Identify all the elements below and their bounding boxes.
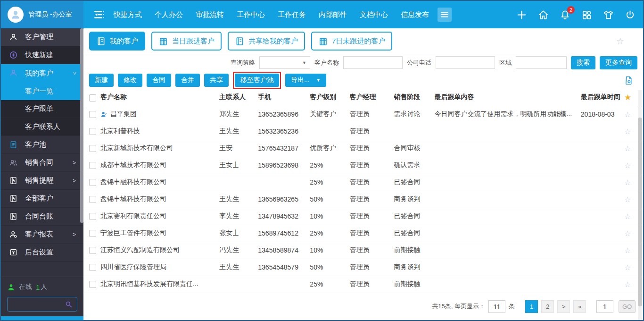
page-2-button[interactable]: 2 (541, 300, 554, 313)
customer-name[interactable]: 宁波巨工管件有限公司 (100, 229, 166, 237)
search-icon[interactable] (65, 300, 73, 308)
table-scrollbar[interactable] (638, 90, 642, 321)
row-checkbox[interactable] (89, 128, 96, 135)
sidebar-item-customer-report[interactable]: 客户报表 > (1, 226, 83, 244)
power-icon[interactable] (625, 9, 636, 20)
more-query-button[interactable]: 更多查询 (600, 56, 637, 69)
nav-item[interactable]: 信息发布 (401, 10, 429, 19)
row-star-icon[interactable]: ☆ (624, 144, 631, 152)
sidebar-item-sales-contract[interactable]: 销售合同 > (1, 154, 83, 172)
nav-item[interactable]: 工作任务 (278, 10, 306, 19)
tab-today-followed[interactable]: 当日跟进客户 (151, 32, 222, 51)
sidebar-item-quick-create[interactable]: 快速新建 (1, 46, 83, 64)
customer-name[interactable]: 盘锦丰融科技有限公司 (100, 178, 166, 186)
sidebar-item-customer-contacts[interactable]: 客户联系人 (1, 118, 83, 136)
row-star-icon[interactable]: ☆ (624, 195, 631, 203)
customer-name[interactable]: 盘锦丰城科技有限公司 (100, 195, 166, 203)
row-checkbox[interactable] (89, 264, 96, 271)
row-checkbox[interactable] (89, 230, 96, 237)
nav-item[interactable]: 内部邮件 (319, 10, 347, 19)
favorite-page-star-icon[interactable]: ☆ (616, 36, 624, 47)
search-button[interactable]: 搜索 (571, 56, 595, 69)
share-button[interactable]: 共享 (204, 74, 229, 87)
goto-page-input[interactable] (596, 300, 613, 313)
merge-button[interactable]: 合并 (175, 74, 200, 87)
customer-name[interactable]: 北京赛利有限责任公司 (100, 212, 166, 220)
customer-name[interactable]: 北京新城新技术有限公司 (100, 144, 173, 152)
table-row[interactable]: 四川省医疗保险管理局 王先生 13654548579 50% 管理员 商务谈判 … (83, 259, 643, 276)
sidebar-item-my-customers[interactable]: 我的客户 > (1, 64, 83, 82)
table-row[interactable]: 成都丰城技术有限公司 王女士 15896523698 25% 管理员 确认需求 … (83, 157, 643, 174)
table-row[interactable]: 北京利普科技 王先生 15632365236 管理员 ☆ (83, 123, 643, 140)
go-button[interactable]: GO (619, 300, 636, 313)
customer-name[interactable]: 北京明讯恒基科技发展有限责任... (100, 280, 198, 288)
customer-name[interactable]: 成都丰城技术有限公司 (100, 161, 166, 169)
hamburger-menu-button[interactable] (438, 8, 452, 22)
customer-name[interactable]: 北京利普科技 (100, 127, 140, 135)
row-star-icon[interactable]: ☆ (624, 229, 631, 237)
table-row[interactable]: 北京赛利有限责任公司 李先生 13478945632 10% 管理员 已签合同 … (83, 208, 643, 225)
row-checkbox[interactable] (89, 162, 96, 169)
sidebar-item-contract-ledger[interactable]: 合同台账 (1, 208, 83, 226)
row-star-icon[interactable]: ☆ (624, 127, 631, 135)
add-icon[interactable] (516, 9, 527, 20)
customer-name[interactable]: 昌平集团 (110, 110, 137, 118)
export-dropdown-button[interactable]: 导出... ▼ (285, 74, 326, 87)
home-icon[interactable] (538, 9, 549, 20)
nav-item[interactable]: 个人办公 (155, 10, 183, 19)
company-phone-input[interactable] (436, 56, 495, 69)
edit-button[interactable]: 修改 (118, 74, 142, 87)
tab-7days-not-followed[interactable]: 7日未跟进的客户 (311, 32, 392, 51)
sidebar-scrollbar[interactable] (80, 28, 83, 223)
row-checkbox[interactable] (89, 145, 96, 152)
page-1-button[interactable]: 1 (525, 300, 538, 313)
row-checkbox[interactable] (89, 111, 96, 118)
table-row[interactable]: 北京明讯恒基科技发展有限责任... 25% 管理员 前期接触 ☆ (83, 276, 643, 293)
row-checkbox[interactable] (89, 213, 96, 220)
row-star-icon[interactable]: ☆ (624, 178, 631, 186)
row-star-icon[interactable]: ☆ (624, 110, 631, 118)
row-checkbox[interactable] (89, 281, 96, 288)
nav-item[interactable]: 文档中心 (360, 10, 388, 19)
row-star-icon[interactable]: ☆ (624, 280, 631, 288)
row-checkbox[interactable] (89, 179, 96, 186)
apps-grid-icon[interactable] (581, 9, 592, 20)
sidebar-item-backend-settings[interactable]: 后台设置 (1, 244, 83, 262)
nav-item[interactable]: 快捷方式 (114, 10, 142, 19)
table-row[interactable]: 盘锦丰城科技有限公司 王先生 13656963265 50% 管理员 商务谈判 … (83, 191, 643, 208)
customer-name[interactable]: 四川省医疗保险管理局 (100, 263, 166, 271)
tab-shared-with-me[interactable]: 共享给我的客户 (228, 32, 305, 51)
export-settings-doc-icon[interactable] (624, 76, 634, 85)
last-page-button[interactable]: » (573, 300, 586, 313)
table-row[interactable]: 江苏恒义汽配制造有限公司 冯先生 13458589874 10% 管理员 前期接… (83, 242, 643, 259)
sidebar-search-input[interactable] (12, 301, 65, 308)
table-scrollbar-thumb[interactable] (638, 118, 642, 306)
row-checkbox[interactable] (89, 196, 96, 203)
sidebar-item-customer-list[interactable]: 客户一览 (1, 82, 83, 100)
row-star-icon[interactable]: ☆ (624, 212, 631, 220)
user-menu[interactable]: 管理员 -办公室 (1, 1, 83, 28)
customer-name[interactable]: 江苏恒义汽配制造有限公司 (100, 246, 180, 254)
row-star-icon[interactable]: ☆ (624, 246, 631, 254)
theme-shirt-icon[interactable] (603, 9, 614, 20)
new-button[interactable]: 新建 (89, 74, 114, 87)
nav-item[interactable]: 审批流转 (196, 10, 224, 19)
strategy-select[interactable]: ▼ (259, 56, 310, 69)
page-size-input[interactable] (488, 300, 505, 313)
contract-button[interactable]: 合同 (147, 74, 171, 87)
row-star-icon[interactable]: ☆ (624, 161, 631, 169)
table-row[interactable]: 宁波巨工管件有限公司 张女士 15689745612 25% 管理员 已签合同 … (83, 225, 643, 242)
select-all-checkbox[interactable] (89, 94, 96, 101)
customer-name-input[interactable] (343, 56, 403, 69)
sidebar-item-all-customers[interactable]: 全部客户 (1, 190, 83, 208)
star-header-icon[interactable]: ★ (624, 93, 631, 102)
next-page-button[interactable]: > (557, 300, 570, 313)
sidebar-item-customer-follow[interactable]: 客户跟单 (1, 100, 83, 118)
move-to-pool-button[interactable]: 移至客户池 (235, 74, 279, 87)
table-row[interactable]: 盘锦丰融科技有限公司 25% 管理员 已签合同 ☆ (83, 174, 643, 191)
table-row[interactable]: 昌平集团 郑先生 13652365896 关键客户 管理员 需求讨论 今日同客户… (83, 106, 643, 123)
table-row[interactable]: 北京新城新技术有限公司 王安 15765432187 优质客户 管理员 合同审核… (83, 140, 643, 157)
row-star-icon[interactable]: ☆ (624, 263, 631, 271)
sidebar-item-customer-pool[interactable]: 客户池 (1, 136, 83, 154)
notifications-bell-icon[interactable]: 2 (560, 9, 570, 20)
